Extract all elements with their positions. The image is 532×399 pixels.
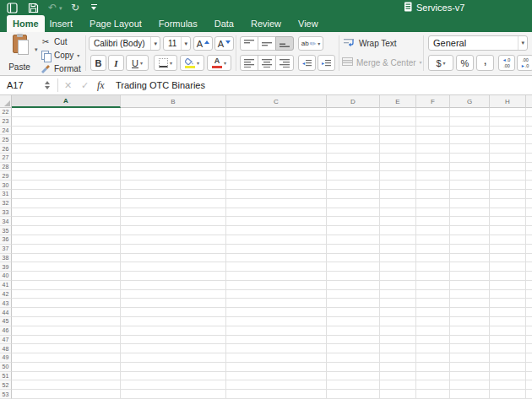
row-header-44[interactable]: 44 (0, 308, 12, 317)
paste-button[interactable]: Paste (5, 34, 34, 73)
cell-I29[interactable] (526, 171, 532, 181)
cell-I22[interactable] (526, 108, 532, 117)
cell-H29[interactable] (490, 171, 526, 181)
cell-I53[interactable] (526, 390, 532, 399)
align-right-button[interactable] (275, 55, 294, 71)
cell-G52[interactable] (450, 380, 490, 390)
row-header-27[interactable]: 27 (0, 154, 12, 163)
cell-E52[interactable] (380, 380, 416, 390)
cell-H49[interactable] (490, 353, 526, 363)
cell-E23[interactable] (380, 117, 416, 127)
name-box-spinner[interactable] (45, 76, 50, 94)
cell-F45[interactable] (416, 317, 450, 326)
fill-color-dropdown-icon[interactable]: ▾ (197, 61, 199, 66)
cell-D46[interactable] (327, 326, 380, 336)
row-header-41[interactable]: 41 (0, 281, 12, 290)
align-center-button[interactable] (258, 55, 276, 71)
align-bottom-button[interactable] (275, 36, 294, 51)
cell-I32[interactable] (526, 199, 532, 208)
cell-I31[interactable] (526, 190, 532, 199)
cell-B26[interactable] (121, 144, 226, 154)
cell-A33[interactable] (12, 208, 121, 218)
cell-I34[interactable] (526, 217, 532, 226)
cell-F26[interactable] (416, 144, 450, 154)
cell-H41[interactable] (490, 281, 526, 290)
align-left-button[interactable] (240, 55, 258, 71)
cell-D52[interactable] (327, 380, 380, 390)
cell-G51[interactable] (450, 372, 490, 381)
cell-G53[interactable] (450, 390, 490, 399)
cell-B52[interactable] (121, 380, 226, 390)
cell-F39[interactable] (416, 262, 450, 272)
cell-C28[interactable] (226, 163, 327, 172)
cell-I40[interactable] (526, 272, 532, 281)
cell-F34[interactable] (416, 217, 450, 226)
cell-E27[interactable] (380, 154, 416, 163)
cell-D43[interactable] (327, 299, 380, 308)
cell-E38[interactable] (380, 254, 416, 263)
increase-font-size-button[interactable]: A (193, 36, 213, 51)
cell-D35[interactable] (327, 226, 380, 235)
number-format-select[interactable]: General ▾ (428, 35, 528, 51)
cell-A35[interactable] (12, 226, 121, 235)
cell-G33[interactable] (450, 208, 490, 218)
row-header-43[interactable]: 43 (0, 299, 12, 308)
cell-A40[interactable] (12, 272, 121, 281)
cell-A44[interactable] (12, 308, 121, 317)
cell-E39[interactable] (380, 262, 416, 272)
cell-E26[interactable] (380, 144, 416, 154)
cell-F41[interactable] (416, 281, 450, 290)
cell-I38[interactable] (526, 254, 532, 263)
cell-C36[interactable] (226, 235, 327, 245)
cell-C22[interactable] (226, 108, 327, 117)
cell-G44[interactable] (450, 308, 490, 317)
cell-D37[interactable] (327, 245, 380, 254)
cell-H25[interactable] (490, 135, 526, 144)
cell-D23[interactable] (327, 117, 380, 127)
row-header-31[interactable]: 31 (0, 190, 12, 199)
cell-I28[interactable] (526, 163, 532, 172)
cell-G38[interactable] (450, 254, 490, 263)
tab-review[interactable]: Review (251, 15, 281, 32)
cell-B24[interactable] (121, 127, 226, 136)
cell-E46[interactable] (380, 326, 416, 336)
cell-I33[interactable] (526, 208, 532, 218)
cell-C27[interactable] (226, 154, 327, 163)
row-header-39[interactable]: 39 (0, 262, 12, 272)
cell-F24[interactable] (416, 127, 450, 136)
cell-G31[interactable] (450, 190, 490, 199)
cell-G49[interactable] (450, 353, 490, 363)
decrease-decimal-button[interactable]: .00 ▸.0 (517, 55, 532, 71)
cell-A29[interactable] (12, 171, 121, 181)
cell-B40[interactable] (121, 272, 226, 281)
cell-F22[interactable] (416, 108, 450, 117)
row-header-26[interactable]: 26 (0, 144, 12, 154)
cell-A30[interactable] (12, 181, 121, 190)
cell-G50[interactable] (450, 363, 490, 372)
cell-A48[interactable] (12, 344, 121, 353)
cell-H51[interactable] (490, 372, 526, 381)
cell-F44[interactable] (416, 308, 450, 317)
cell-F50[interactable] (416, 363, 450, 372)
cell-D25[interactable] (327, 135, 380, 144)
cell-D30[interactable] (327, 181, 380, 190)
cell-C26[interactable] (226, 144, 327, 154)
cell-B25[interactable] (121, 135, 226, 144)
tab-home[interactable]: Home (7, 15, 45, 32)
cell-G37[interactable] (450, 245, 490, 254)
cell-C51[interactable] (226, 372, 327, 381)
cell-F33[interactable] (416, 208, 450, 218)
column-header-E[interactable]: E (380, 95, 416, 108)
cell-A31[interactable] (12, 190, 121, 199)
column-header-G[interactable]: G (450, 95, 490, 108)
cell-D44[interactable] (327, 308, 380, 317)
align-top-button[interactable] (240, 36, 258, 51)
cell-C41[interactable] (226, 281, 327, 290)
cell-B49[interactable] (121, 353, 226, 363)
cell-B23[interactable] (121, 117, 226, 127)
cell-I46[interactable] (526, 326, 532, 336)
cell-F37[interactable] (416, 245, 450, 254)
cell-D50[interactable] (327, 363, 380, 372)
cell-G35[interactable] (450, 226, 490, 235)
cell-B50[interactable] (121, 363, 226, 372)
